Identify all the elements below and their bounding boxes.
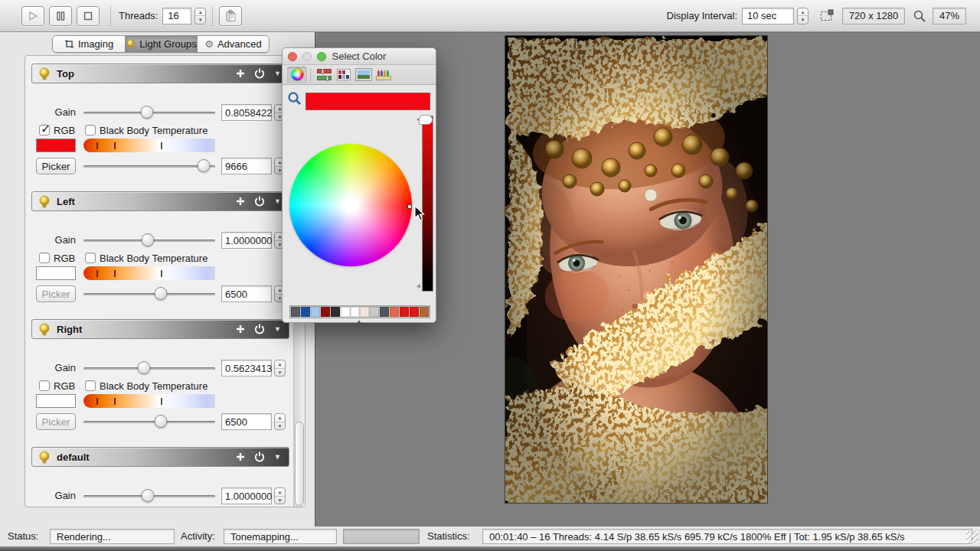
pick-from-screen-button[interactable] <box>287 91 302 109</box>
rgb-checkbox[interactable] <box>39 253 50 263</box>
slider-thumb[interactable] <box>142 233 155 246</box>
tab-light-groups[interactable]: Light Groups <box>125 36 197 52</box>
color-swatch[interactable] <box>291 307 300 317</box>
display-interval-stepper[interactable]: ▴▾ <box>797 8 808 24</box>
gain-slider[interactable] <box>83 232 215 249</box>
display-interval-input[interactable]: 10 sec <box>742 8 794 24</box>
color-swatch[interactable] <box>360 307 369 317</box>
picker-stepper[interactable]: ▴▾ <box>274 413 286 430</box>
color-swatch[interactable] <box>400 307 409 317</box>
gain-slider[interactable] <box>83 360 215 377</box>
bbt-gradient-bar[interactable] <box>83 394 215 408</box>
window-resize-grip[interactable] <box>966 531 978 543</box>
color-wheel-mode-button[interactable] <box>287 67 307 83</box>
render-play-button[interactable] <box>21 6 44 26</box>
zoom-icon[interactable] <box>913 9 926 23</box>
light-group-title: default <box>57 452 90 463</box>
light-group-header[interactable]: Right ▼ <box>31 319 289 339</box>
picker-slider[interactable] <box>83 285 215 302</box>
add-light-group-button[interactable] <box>236 452 245 461</box>
display-interval-label: Display Interval: <box>667 10 737 21</box>
tab-advanced[interactable]: ⚙ Advanced <box>197 36 269 52</box>
color-swatch[interactable] <box>341 307 350 317</box>
bbt-gradient-bar[interactable] <box>83 266 215 280</box>
add-light-group-button[interactable] <box>236 197 245 206</box>
color-swatch[interactable] <box>420 307 429 317</box>
bbt-checkbox[interactable] <box>85 125 96 135</box>
render-pause-button[interactable] <box>49 6 72 26</box>
collapse-light-group-button[interactable]: ▼ <box>274 325 281 333</box>
slider-thumb[interactable] <box>197 159 210 172</box>
swatch-drawer-grip[interactable]: ▲ <box>283 319 436 324</box>
collapse-light-group-button[interactable]: ▼ <box>274 70 281 77</box>
color-swatch[interactable] <box>331 307 340 317</box>
rgb-color-swatch[interactable] <box>36 394 76 408</box>
crayons-mode-button[interactable] <box>374 67 394 83</box>
render-stop-button[interactable] <box>77 6 100 26</box>
gain-label: Gain <box>55 106 76 118</box>
collapse-light-group-button[interactable]: ▼ <box>274 197 281 205</box>
copy-to-clipboard-button[interactable] <box>219 6 242 26</box>
color-wheel-selection-marker[interactable] <box>407 204 412 209</box>
brightness-slider-handle[interactable] <box>419 115 433 125</box>
scrollbar-thumb[interactable] <box>295 422 304 506</box>
gain-slider[interactable] <box>83 104 215 121</box>
rgb-color-swatch[interactable] <box>36 139 76 152</box>
color-swatch[interactable] <box>321 307 330 317</box>
color-swatch[interactable] <box>370 307 379 317</box>
color-swatch[interactable] <box>311 307 320 317</box>
gain-stepper[interactable]: ▴▾ <box>274 487 286 504</box>
gain-slider[interactable] <box>83 487 215 504</box>
picker-button[interactable]: Picker <box>36 285 76 302</box>
color-swatch[interactable] <box>380 307 389 317</box>
color-swatch[interactable] <box>390 307 399 317</box>
threads-input[interactable]: 16 <box>162 8 191 24</box>
picker-button[interactable]: Picker <box>36 158 76 174</box>
bbt-checkbox[interactable] <box>85 380 96 391</box>
toggle-light-group-button[interactable] <box>254 196 265 207</box>
add-light-group-button[interactable] <box>236 324 245 334</box>
toggle-light-group-button[interactable] <box>254 68 265 79</box>
gain-value-field[interactable]: 1.0000000 <box>221 232 272 249</box>
picker-value-field[interactable]: 6500 <box>221 413 272 430</box>
slider-thumb[interactable] <box>140 106 153 119</box>
dialog-titlebar[interactable]: Select Color <box>283 48 436 65</box>
brightness-slider[interactable] <box>422 116 433 292</box>
slider-thumb[interactable] <box>155 287 168 300</box>
light-group-header[interactable]: Top ▼ <box>31 64 289 83</box>
image-palettes-mode-button[interactable] <box>354 67 374 83</box>
collapse-light-group-button[interactable]: ▼ <box>274 453 281 461</box>
slider-thumb[interactable] <box>142 489 155 502</box>
gain-stepper[interactable]: ▴▾ <box>274 360 286 377</box>
color-sliders-mode-button[interactable] <box>314 67 334 83</box>
gain-value-field[interactable]: 1.0000000 <box>221 487 272 504</box>
picker-button[interactable]: Picker <box>36 413 76 430</box>
gain-value-field[interactable]: 0.5623413 <box>221 360 272 377</box>
rgb-checkbox[interactable] <box>39 125 50 135</box>
color-swatch[interactable] <box>301 307 310 317</box>
slider-thumb[interactable] <box>155 415 168 428</box>
slider-thumb[interactable] <box>138 361 151 374</box>
color-swatch[interactable] <box>351 307 360 317</box>
picker-value-field[interactable]: 6500 <box>221 285 272 302</box>
toggle-light-group-button[interactable] <box>254 452 265 462</box>
add-light-group-button[interactable] <box>236 69 245 78</box>
picker-slider[interactable] <box>83 158 215 174</box>
resize-selection-icon[interactable] <box>819 8 835 24</box>
picker-slider[interactable] <box>83 413 215 430</box>
bbt-checkbox[interactable] <box>85 253 96 263</box>
color-palettes-mode-button[interactable] <box>334 67 354 83</box>
gain-value-field[interactable]: 0.8058422 <box>221 104 272 121</box>
light-group-header[interactable]: default ▼ <box>31 447 289 467</box>
light-group-header[interactable]: Left ▼ <box>31 191 289 211</box>
threads-stepper[interactable]: ▴▾ <box>194 8 206 24</box>
color-swatch[interactable] <box>410 307 419 317</box>
color-wheel[interactable] <box>289 144 412 266</box>
toggle-light-group-button[interactable] <box>254 324 265 334</box>
status-value-field: Rendering... <box>50 529 175 544</box>
rgb-checkbox[interactable] <box>39 380 50 391</box>
picker-value-field[interactable]: 9666 <box>221 158 272 174</box>
bbt-gradient-bar[interactable] <box>83 139 215 152</box>
tab-imaging[interactable]: Imaging <box>53 36 125 52</box>
rgb-color-swatch[interactable] <box>36 266 76 280</box>
